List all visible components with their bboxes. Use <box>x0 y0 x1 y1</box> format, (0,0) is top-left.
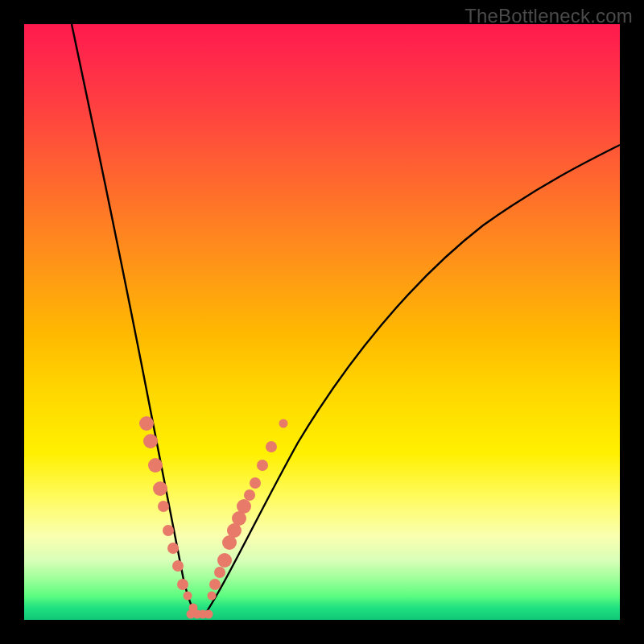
chart-frame <box>24 24 620 620</box>
data-point <box>167 543 179 554</box>
data-point <box>214 567 225 578</box>
data-point <box>209 579 221 590</box>
data-point <box>163 525 174 536</box>
data-point <box>279 419 288 428</box>
data-point <box>143 434 158 448</box>
data-point <box>158 501 169 512</box>
data-point <box>139 416 154 431</box>
chart-svg <box>24 24 620 620</box>
data-point <box>172 560 184 572</box>
data-point <box>208 592 217 601</box>
data-point <box>184 592 192 601</box>
right-curve <box>203 145 620 617</box>
data-point <box>250 477 261 489</box>
data-point <box>237 499 251 514</box>
watermark-text: TheBottleneck.com <box>464 5 633 27</box>
data-point <box>204 610 213 619</box>
data-point <box>177 579 188 590</box>
data-point <box>266 441 277 452</box>
data-point <box>217 553 232 568</box>
data-point <box>153 481 167 496</box>
data-points <box>139 416 288 619</box>
data-point <box>257 460 268 471</box>
data-point <box>148 458 163 473</box>
data-point <box>244 489 255 501</box>
left-curve <box>72 24 198 617</box>
